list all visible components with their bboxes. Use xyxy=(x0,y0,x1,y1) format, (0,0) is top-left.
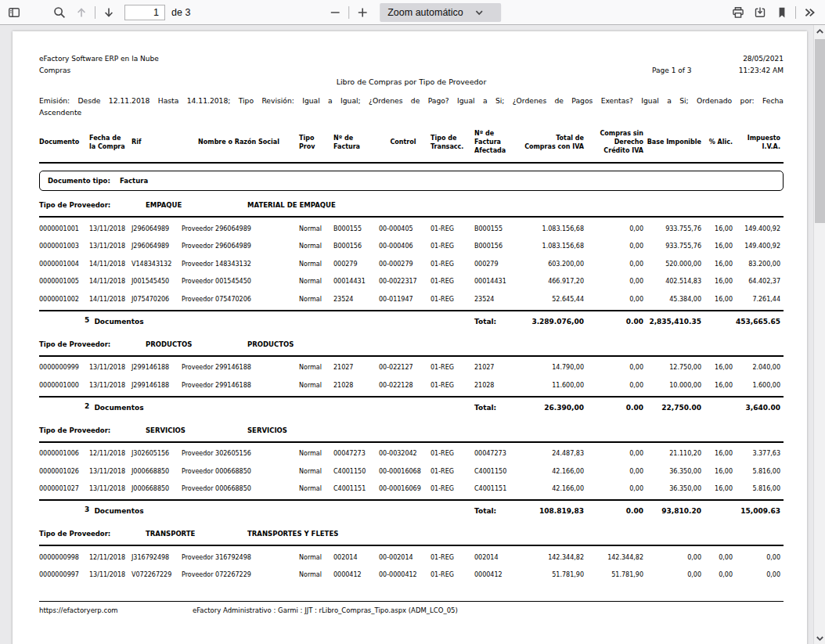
table-cell: 01-REG xyxy=(431,382,474,389)
table-cell: J296064989 xyxy=(131,243,182,250)
table-cell: 00014431 xyxy=(333,278,379,285)
table-cell: 14.790,00 xyxy=(524,364,587,371)
report-header: eFactory Software ERP en la Nube Compras… xyxy=(39,53,784,77)
table-cell: 149.400,92 xyxy=(736,225,784,232)
group-name: MATERIAL DE EMPAQUE xyxy=(247,201,336,209)
table-cell: 11.600,00 xyxy=(524,382,587,389)
table-cell: 01-REG xyxy=(431,571,474,578)
column-header: Compras sin Derecho Crédito IVA xyxy=(587,129,647,155)
table-cell: 0000001000 xyxy=(39,382,89,389)
previous-page-button[interactable] xyxy=(70,2,92,23)
table-cell: 12.750,00 xyxy=(647,364,704,371)
table-cell: 0000001006 xyxy=(39,450,89,457)
company-name: eFactory Software ERP en la Nube xyxy=(39,53,159,65)
table-cell: 13/11/2018 xyxy=(89,485,131,492)
table-cell: 00-0022317 xyxy=(379,278,431,285)
total-label: Total: xyxy=(474,404,524,412)
table-row: 000000102613/11/2018J000668850Proveedor … xyxy=(39,462,784,480)
table-cell: 0,00 xyxy=(587,450,647,457)
table-cell: J296064989 xyxy=(131,225,182,232)
scroll-up-button[interactable] xyxy=(814,25,825,38)
table-cell: 13/11/2018 xyxy=(89,225,131,232)
toolbar-separator xyxy=(348,6,349,19)
total-impuesto-iva: 453,665.65 xyxy=(736,318,784,326)
chevron-down-icon xyxy=(474,8,484,17)
table-cell: 0000412 xyxy=(333,571,379,578)
table-cell: J000668850 xyxy=(131,468,182,475)
table-row: 000000099713/11/2018V072267229Proveedor … xyxy=(39,567,784,585)
more-tools-button[interactable] xyxy=(798,2,820,23)
table-cell: Normal xyxy=(299,554,333,561)
table-cell: 2.040,00 xyxy=(736,364,784,371)
scroll-down-button[interactable] xyxy=(814,631,825,644)
group-label: Tipo de Proveedor: xyxy=(39,201,146,209)
group-code: TRANSPORTE xyxy=(146,530,247,538)
table-cell: 45.384,00 xyxy=(647,296,704,303)
group-header: Tipo de Proveedor:SERVICIOSSERVICIOS xyxy=(39,426,784,443)
table-cell: 1.600,00 xyxy=(736,382,784,389)
sidebar-toggle-button[interactable] xyxy=(3,2,25,23)
table-cell: 36.350,00 xyxy=(647,485,704,492)
current-view-button[interactable] xyxy=(771,2,793,23)
table-cell: J299146188 xyxy=(131,382,182,389)
table-cell: V148343132 xyxy=(131,261,182,268)
table-cell: 520.000,00 xyxy=(647,261,704,268)
table-cell: 12/11/2018 xyxy=(89,450,131,457)
table-cell: J001545450 xyxy=(131,278,182,285)
documents-count-number: 5 xyxy=(85,316,89,324)
table-cell: C4001151 xyxy=(474,485,524,492)
search-button[interactable] xyxy=(49,2,70,23)
zoom-out-button[interactable] xyxy=(324,2,346,23)
table-cell: C4001150 xyxy=(333,468,379,475)
table-cell: 0,00 xyxy=(704,554,736,561)
group-name: PRODUCTOS xyxy=(247,340,294,348)
group-label: Tipo de Proveedor: xyxy=(39,530,146,538)
group-header: Tipo de Proveedor:TRANSPORTETRANSPORTES … xyxy=(39,530,784,546)
table-cell: 01-REG xyxy=(431,278,474,285)
table-cell: 21.110,20 xyxy=(647,450,704,457)
scrollbar-thumb[interactable] xyxy=(815,39,825,223)
download-button[interactable] xyxy=(749,2,771,23)
toolbar-separator xyxy=(795,6,796,19)
table-cell: 7.261,44 xyxy=(736,296,784,303)
table-cell: 0,00 xyxy=(587,261,647,268)
table-cell: 603.200,00 xyxy=(524,261,587,268)
table-cell: Proveedor 296064989 xyxy=(182,225,299,232)
table-cell: 0000001003 xyxy=(39,243,89,250)
table-cell: 00-022127 xyxy=(379,364,431,371)
table-cell: 1.083.156,68 xyxy=(524,225,587,232)
table-cell: 00-022128 xyxy=(379,382,431,389)
table-cell: 16,00 xyxy=(704,485,736,492)
table-cell: Normal xyxy=(299,364,333,371)
table-cell: Normal xyxy=(299,450,333,457)
zoom-in-button[interactable] xyxy=(351,2,373,23)
table-cell: V072267229 xyxy=(131,571,182,578)
table-cell: 0,00 xyxy=(587,364,647,371)
table-cell: Normal xyxy=(299,571,333,578)
page-number-input[interactable] xyxy=(124,5,165,20)
zoom-select[interactable]: Zoom automático xyxy=(380,3,501,22)
report-footer: https://efactoryerp.com eFactory Adminis… xyxy=(39,601,784,614)
next-page-button[interactable] xyxy=(98,2,120,23)
table-cell: 5.816,00 xyxy=(736,468,784,475)
provider-group: Tipo de Proveedor:PRODUCTOSPRODUCTOS0000… xyxy=(39,340,784,416)
documents-count: 3 Documentos xyxy=(39,507,333,515)
table-cell: 10.000,00 xyxy=(647,382,704,389)
bookmark-icon xyxy=(776,6,788,19)
search-icon xyxy=(53,6,66,19)
table-cell: 00014431 xyxy=(474,278,524,285)
table-cell: 0,00 xyxy=(587,485,647,492)
print-button[interactable] xyxy=(727,2,749,23)
table-cell: 0,00 xyxy=(647,554,704,561)
group-total-row: 5 DocumentosTotal:3.289.076,000.002,835,… xyxy=(39,313,784,330)
vertical-scrollbar[interactable] xyxy=(813,25,825,644)
arrow-up-icon xyxy=(75,6,88,19)
footer-info: eFactory Administrativo : Garmi : JJT : … xyxy=(193,606,458,614)
table-cell: J302605156 xyxy=(131,450,182,457)
document-type-value: Factura xyxy=(120,177,148,185)
table-cell: 16,00 xyxy=(704,450,736,457)
table-cell: 142.344,82 xyxy=(524,554,587,561)
table-row: 000000100414/11/2018V148343132Proveedor … xyxy=(39,255,784,273)
table-cell: J000668850 xyxy=(131,485,182,492)
viewer-area: eFactory Software ERP en la Nube Compras… xyxy=(0,25,825,644)
